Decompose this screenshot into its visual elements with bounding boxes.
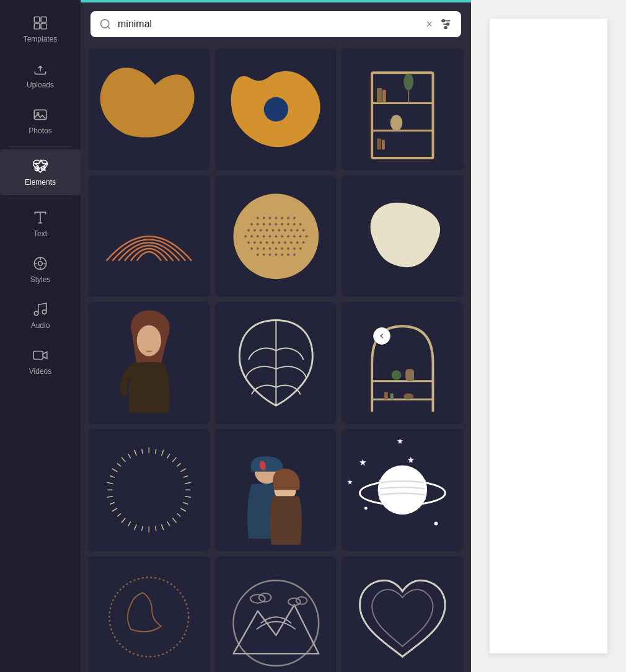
svg-point-85: [281, 247, 283, 250]
svg-line-106: [156, 449, 156, 454]
svg-point-93: [281, 254, 283, 256]
svg-line-115: [185, 497, 191, 498]
svg-point-104: [404, 394, 414, 400]
sidebar-item-elements[interactable]: Elements: [0, 149, 81, 195]
search-input[interactable]: [118, 19, 420, 30]
rainbow-arches-svg: [88, 175, 210, 298]
element-mountain-landscape[interactable]: [215, 556, 337, 672]
svg-point-62: [262, 235, 265, 237]
elements-grid: [88, 48, 464, 672]
svg-point-52: [265, 229, 268, 231]
svg-line-117: [180, 508, 186, 511]
svg-point-20: [444, 27, 447, 29]
sidebar-item-videos[interactable]: Videos: [0, 338, 81, 384]
svg-point-60: [250, 235, 253, 237]
svg-point-95: [293, 254, 296, 256]
svg-point-75: [278, 241, 280, 244]
svg-point-10: [38, 262, 43, 266]
planet-stars-svg: [342, 429, 464, 551]
element-leaf-shape[interactable]: [88, 48, 210, 170]
svg-rect-28: [382, 90, 386, 103]
element-cream-blob[interactable]: [342, 175, 464, 298]
sidebar-item-uploads[interactable]: Uploads: [0, 52, 81, 98]
sidebar-item-styles[interactable]: Styles: [0, 247, 81, 293]
element-heart-outline[interactable]: [342, 556, 464, 672]
audio-icon: [32, 301, 48, 317]
photos-icon: [32, 107, 48, 123]
svg-point-47: [293, 223, 296, 225]
sidebar-item-text[interactable]: Text: [0, 201, 81, 247]
element-rainbow-arches[interactable]: [88, 175, 210, 298]
svg-line-129: [112, 508, 118, 511]
canvas-area: [471, 0, 626, 672]
svg-rect-1: [41, 17, 46, 22]
svg-point-71: [253, 241, 256, 244]
svg-line-138: [128, 454, 131, 458]
element-bookshelf[interactable]: [342, 48, 464, 170]
svg-rect-31: [382, 140, 385, 150]
svg-line-130: [110, 503, 114, 505]
svg-line-125: [134, 524, 136, 530]
svg-point-84: [275, 247, 277, 250]
svg-line-133: [107, 482, 113, 484]
element-woman-figure[interactable]: [88, 302, 210, 424]
element-sunburst-ring[interactable]: [88, 429, 210, 551]
element-moon-circle[interactable]: [88, 556, 210, 672]
svg-line-116: [183, 503, 188, 505]
sidebar-item-audio[interactable]: Audio: [0, 293, 81, 338]
sidebar: Templates Uploads Photos Elements Text: [0, 0, 81, 672]
svg-rect-103: [390, 394, 394, 400]
svg-point-72: [259, 241, 262, 244]
element-two-women[interactable]: [215, 429, 337, 551]
svg-line-118: [177, 513, 181, 516]
svg-point-45: [281, 223, 283, 225]
svg-point-35: [268, 217, 271, 219]
clear-search-icon[interactable]: ×: [426, 18, 433, 31]
moon-circle-svg: [88, 556, 210, 672]
sidebar-item-templates[interactable]: Templates: [0, 6, 81, 52]
element-leaf-outline[interactable]: [215, 302, 337, 424]
sunburst-ring-svg: [88, 429, 210, 551]
svg-point-56: [290, 229, 293, 231]
svg-point-34: [262, 217, 265, 219]
svg-point-51: [259, 229, 262, 231]
svg-rect-0: [34, 17, 40, 22]
svg-point-94: [287, 254, 289, 256]
svg-point-58: [302, 229, 304, 231]
sidebar-label-videos: Videos: [29, 367, 51, 376]
svg-point-48: [299, 223, 301, 225]
filter-icon[interactable]: [439, 17, 452, 31]
svg-point-14: [101, 20, 109, 28]
sidebar-divider-1: [8, 146, 73, 147]
element-planet-stars[interactable]: [342, 429, 464, 551]
svg-point-63: [268, 235, 271, 237]
svg-rect-3: [41, 24, 46, 29]
svg-point-43: [268, 223, 271, 225]
arch-shelf-svg: [342, 302, 464, 424]
svg-line-121: [162, 524, 164, 530]
svg-marker-147: [348, 479, 353, 485]
svg-point-50: [253, 229, 256, 231]
svg-point-81: [257, 247, 259, 250]
sidebar-item-photos[interactable]: Photos: [0, 98, 81, 144]
sidebar-label-uploads: Uploads: [27, 81, 54, 89]
svg-point-70: [247, 241, 250, 244]
svg-point-82: [262, 247, 265, 250]
collapse-panel-button[interactable]: [373, 327, 390, 345]
search-icon: [99, 18, 112, 30]
element-dotted-circle[interactable]: [215, 175, 337, 298]
svg-line-140: [142, 449, 143, 454]
elements-grid-container: [81, 43, 471, 672]
woman-figure-svg: [88, 302, 210, 424]
canvas-white-area: [490, 19, 607, 653]
search-bar: ×: [81, 2, 471, 43]
svg-line-107: [162, 450, 164, 456]
svg-point-89: [257, 254, 259, 256]
svg-line-120: [167, 521, 170, 526]
element-blob-blue[interactable]: [215, 48, 337, 170]
svg-line-113: [185, 482, 191, 484]
svg-line-134: [110, 475, 114, 477]
element-arch-shelf[interactable]: [342, 302, 464, 424]
svg-point-92: [275, 254, 277, 256]
templates-icon: [32, 15, 48, 31]
